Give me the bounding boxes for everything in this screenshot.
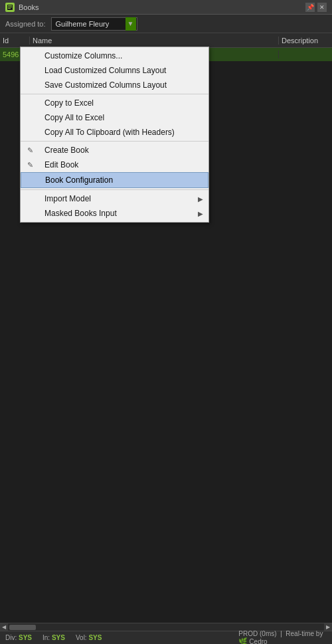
col-header-name: Name	[30, 37, 279, 45]
pin-button[interactable]: 📌	[305, 3, 315, 12]
in-value: SYS	[52, 634, 65, 641]
assigned-to-dropdown[interactable]: Guilheme Fleury	[51, 17, 137, 31]
menu-label-customize-columns: Customize Columns...	[44, 51, 122, 60]
menu-label-create-book: Create Book	[44, 146, 89, 155]
col-header-id: Id	[0, 37, 30, 45]
menu-label-save-customized: Save Customized Columns Layout	[44, 80, 167, 90]
vol-value: SYS	[88, 634, 102, 641]
prod-text: PROD (0ms)	[238, 630, 276, 637]
title-bar-controls: 📌 ✕	[305, 3, 327, 12]
context-menu: Customize Columns... Load Customized Col…	[20, 47, 209, 223]
scrollbar-thumb[interactable]	[9, 625, 36, 630]
menu-item-copy-to-excel[interactable]: Copy to Excel	[21, 96, 208, 110]
svg-rect-3	[8, 8, 11, 9]
menu-item-customize-columns[interactable]: Customize Columns...	[21, 49, 208, 63]
submenu-arrow-masked: ▶	[198, 210, 203, 217]
svg-rect-2	[8, 7, 12, 7]
scroll-left-button[interactable]: ◀	[0, 623, 8, 631]
menu-label-copy-all-to-excel: Copy All to Excel	[44, 113, 104, 122]
menu-item-copy-all-to-excel[interactable]: Copy All to Excel	[21, 110, 208, 125]
status-div: Div: SYS	[5, 634, 32, 641]
menu-divider-2	[21, 141, 208, 142]
status-in: In: SYS	[42, 634, 65, 641]
div-value: SYS	[19, 634, 32, 641]
menu-item-create-book[interactable]: ✎ Create Book	[21, 143, 208, 158]
toolbar: Assigned to: Guilheme Fleury ▼	[0, 15, 332, 33]
cedro-name: Cedro	[249, 638, 267, 645]
books-icon	[5, 3, 15, 12]
status-bar: Div: SYS In: SYS Vol: SYS PROD (0ms) | R…	[0, 631, 332, 644]
menu-item-import-model[interactable]: Import Model ▶	[21, 191, 208, 206]
cedro-logo: 🌿 Cedro	[238, 637, 327, 645]
menu-label-copy-to-excel: Copy to Excel	[44, 98, 94, 108]
menu-item-book-configuration[interactable]: Book Configuration	[21, 172, 208, 188]
table-header: Id Name Description	[0, 33, 332, 48]
menu-item-load-customized[interactable]: Load Customized Columns Layout	[21, 63, 208, 78]
status-prod: PROD (0ms) | Real-time by 🌿 Cedro	[238, 630, 327, 645]
in-label: In:	[42, 634, 50, 641]
create-book-icon: ✎	[27, 146, 33, 155]
cedro-icon: 🌿	[238, 637, 248, 645]
menu-divider-1	[21, 94, 208, 94]
menu-label-book-configuration: Book Configuration	[45, 175, 113, 185]
menu-divider-3	[21, 189, 208, 190]
realtime-label: Real-time by	[286, 630, 323, 637]
assigned-to-dropdown-wrapper: Guilheme Fleury ▼	[51, 17, 137, 31]
close-button[interactable]: ✕	[317, 3, 327, 12]
menu-label-import-model: Import Model	[44, 194, 91, 203]
window-title: Books	[19, 3, 39, 11]
svg-rect-1	[8, 5, 12, 6]
menu-label-copy-all-clipboard: Copy All To Clipboard (with Headers)	[44, 128, 175, 137]
menu-label-edit-book: Edit Book	[44, 160, 78, 169]
menu-item-masked-books-input[interactable]: Masked Books Input ▶	[21, 206, 208, 221]
col-header-description: Description	[279, 37, 332, 45]
div-label: Div:	[5, 634, 17, 641]
title-bar: Books 📌 ✕	[0, 0, 332, 15]
menu-item-edit-book[interactable]: ✎ Edit Book	[21, 158, 208, 172]
assigned-to-label: Assigned to:	[5, 20, 46, 28]
vol-label: Vol:	[76, 634, 87, 641]
menu-item-save-customized[interactable]: Save Customized Columns Layout	[21, 78, 208, 92]
menu-label-load-customized: Load Customized Columns Layout	[44, 66, 166, 75]
menu-item-copy-all-clipboard[interactable]: Copy All To Clipboard (with Headers)	[21, 125, 208, 140]
status-vol: Vol: SYS	[76, 634, 102, 641]
title-bar-left: Books	[5, 3, 39, 12]
menu-label-masked-books-input: Masked Books Input	[44, 209, 117, 218]
submenu-arrow-import: ▶	[198, 195, 203, 203]
edit-book-icon: ✎	[27, 161, 33, 169]
